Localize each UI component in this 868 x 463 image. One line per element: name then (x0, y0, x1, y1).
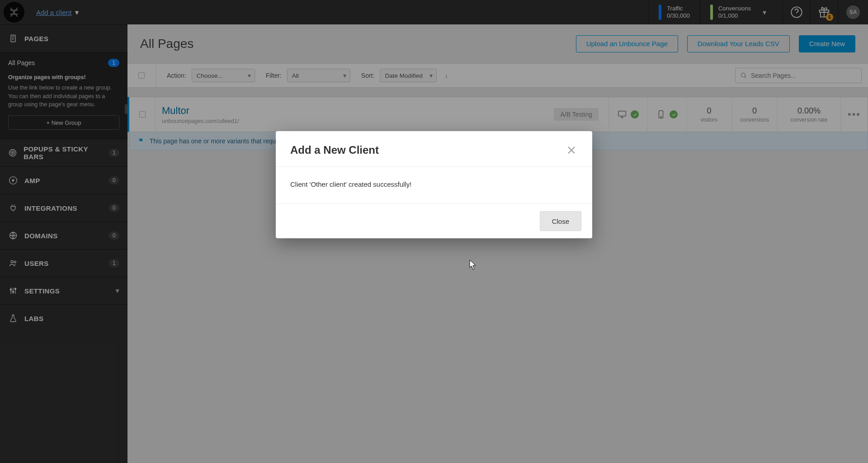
add-client-modal: Add a New Client Client 'Other client' c… (276, 131, 592, 238)
modal-message: Client 'Other client' created successful… (290, 180, 411, 188)
close-icon (566, 145, 577, 156)
modal-close-button[interactable]: Close (540, 211, 581, 231)
modal-title: Add a New Client (290, 144, 379, 156)
modal-overlay[interactable]: Add a New Client Client 'Other client' c… (0, 0, 868, 463)
modal-close-x[interactable] (565, 144, 578, 156)
